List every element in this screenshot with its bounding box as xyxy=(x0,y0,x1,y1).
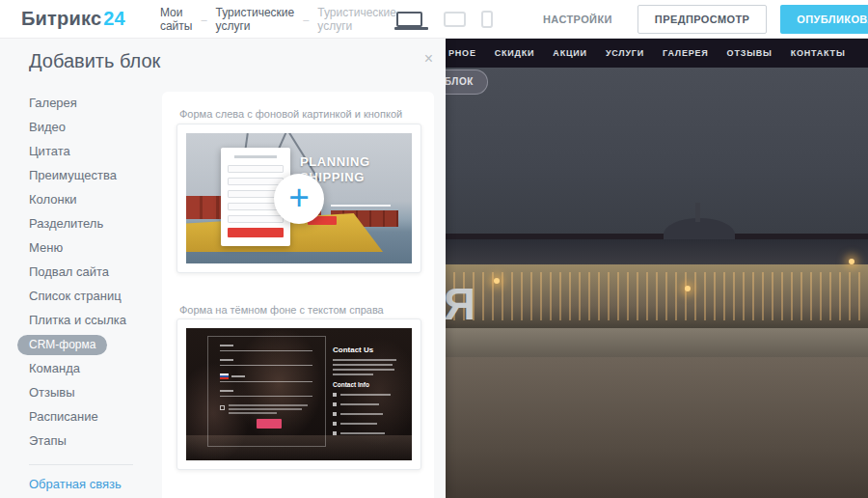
text-bar xyxy=(340,403,379,405)
email-icon xyxy=(333,431,337,435)
sidebar-item-quote[interactable]: Цитата xyxy=(0,139,162,163)
sidebar-item-gallery[interactable]: Галерея xyxy=(0,91,162,115)
photo-stone-bridge xyxy=(444,357,868,498)
mobile-icon xyxy=(333,422,337,426)
block-preview-image: PLANNING SHIPPING + xyxy=(186,133,412,263)
preview-info-row xyxy=(333,402,402,406)
text-bar xyxy=(340,423,377,425)
site-heading-fragment: Я xyxy=(444,282,475,326)
feedback-link[interactable]: Обратная связь xyxy=(0,465,162,491)
text-bar xyxy=(333,359,396,361)
text-bar xyxy=(340,413,383,415)
preview-phone-field-row xyxy=(220,374,313,379)
preview-info-row xyxy=(333,393,402,397)
preview-headline-line1: PLANNING xyxy=(300,154,370,170)
site-nav-item[interactable]: КОНТАКТЫ xyxy=(791,48,846,58)
phone-icon xyxy=(333,402,337,406)
sidebar-item-team[interactable]: Команда xyxy=(0,356,162,380)
breadcrumb-separator: – xyxy=(303,14,309,25)
block-caption: Форма слева с фоновой картинкой и кнопко… xyxy=(179,108,402,120)
selected-category-pill: CRM-форма xyxy=(17,335,107,355)
photo-building-roof xyxy=(444,239,868,264)
site-preview-background: РНОЕ СКИДКИ АКЦИИ УСЛУГИ ГАЛЕРЕЯ ОТЗЫВЫ … xyxy=(444,39,868,498)
bitrix24-logo[interactable]: Битрикс24 xyxy=(21,8,125,30)
text-bar xyxy=(333,369,394,371)
sidebar-item-crm-form[interactable]: CRM-форма xyxy=(0,332,162,356)
preview-form-outline xyxy=(207,336,326,447)
sidebar-item-divider[interactable]: Разделитель xyxy=(0,211,162,235)
desktop-view-icon[interactable] xyxy=(396,12,422,27)
preview-form-label-bar xyxy=(220,359,233,361)
block-template-form-with-image[interactable]: PLANNING SHIPPING + xyxy=(176,124,421,273)
sidebar-item-advantages[interactable]: Преимущества xyxy=(0,163,162,187)
sidebar-item-menu[interactable]: Меню xyxy=(0,235,162,260)
photo-lamp-glow xyxy=(849,259,854,264)
preview-info-row xyxy=(333,422,402,426)
block-caption: Форма на тёмном фоне с текстом справа xyxy=(179,304,384,316)
preview-form-title-bar xyxy=(234,155,277,158)
site-nav-item[interactable]: УСЛУГИ xyxy=(606,48,644,58)
preview-info-row xyxy=(333,431,402,435)
fax-icon xyxy=(333,412,337,416)
tablet-view-icon[interactable] xyxy=(444,12,466,27)
site-nav-item[interactable]: РНОЕ xyxy=(448,48,476,58)
text-bar xyxy=(340,394,391,396)
panel-title: Добавить блок xyxy=(29,50,160,72)
add-block-panel: Добавить блок × Галерея Видео Цитата Пре… xyxy=(0,39,446,498)
preview-form-label-bar xyxy=(220,390,233,392)
sidebar-item-reviews[interactable]: Отзывы xyxy=(0,380,162,404)
publish-button[interactable]: ОПУБЛИКОВАТЬ xyxy=(780,5,868,34)
text-bar xyxy=(340,432,385,434)
logo-brand: Битрикс xyxy=(21,8,101,29)
site-nav-item[interactable]: ГАЛЕРЕЯ xyxy=(663,48,709,58)
breadcrumb: Мои сайты – Туристические услуги – Турис… xyxy=(160,6,396,33)
site-add-block-button[interactable]: БЛОК xyxy=(444,69,488,95)
block-previews-area: Форма слева с фоновой картинкой и кнопко… xyxy=(162,92,434,498)
top-bar: Битрикс24 Мои сайты – Туристические услу… xyxy=(0,0,868,39)
text-bar xyxy=(333,374,373,375)
preview-consent-text-bars xyxy=(229,404,308,416)
breadcrumb-site[interactable]: Туристические услуги xyxy=(216,6,295,33)
site-nav-bar: РНОЕ СКИДКИ АКЦИИ УСЛУГИ ГАЛЕРЕЯ ОТЗЫВЫ … xyxy=(444,39,868,68)
photo-sky xyxy=(444,68,868,234)
text-bar xyxy=(229,408,302,410)
breadcrumb-page: Туристические услуги xyxy=(317,6,396,33)
preview-info-row xyxy=(333,412,402,416)
sidebar-item-columns[interactable]: Колонки xyxy=(0,187,162,211)
preview-form-label-bar xyxy=(220,345,233,346)
close-icon[interactable]: × xyxy=(424,51,433,67)
preview-button[interactable]: ПРЕДПРОСМОТР xyxy=(637,5,767,34)
preview-contact-column: Contact Us Contact Info xyxy=(333,346,402,441)
app-window: РНОЕ СКИДКИ АКЦИИ УСЛУГИ ГАЛЕРЕЯ ОТЗЫВЫ … xyxy=(0,0,868,498)
preview-paragraph-bars xyxy=(333,359,402,375)
preview-form-field xyxy=(228,178,284,185)
site-nav-item[interactable]: АКЦИИ xyxy=(553,48,587,58)
photo-building-spire xyxy=(695,203,700,222)
add-block-plus-button[interactable]: + xyxy=(274,174,324,224)
text-bar xyxy=(229,412,277,414)
site-nav-item[interactable]: СКИДКИ xyxy=(495,48,535,58)
settings-button[interactable]: НАСТРОЙКИ xyxy=(543,14,612,25)
preview-form-field xyxy=(220,396,312,397)
preview-form-submit-bar xyxy=(228,228,284,237)
photo-embankment xyxy=(444,328,868,357)
preview-form-field xyxy=(228,215,284,223)
russia-flag-icon xyxy=(220,374,229,379)
sidebar-item-page-list[interactable]: Список страниц xyxy=(0,284,162,308)
location-icon xyxy=(333,393,337,397)
logo-suffix: 24 xyxy=(103,8,125,29)
preview-submit-bar xyxy=(257,419,282,429)
sidebar-item-video[interactable]: Видео xyxy=(0,115,162,139)
breadcrumb-my-sites[interactable]: Мои сайты xyxy=(160,6,193,33)
checkbox-icon xyxy=(220,405,225,410)
sidebar-item-tile-link[interactable]: Плитка и ссылка xyxy=(0,308,162,332)
preview-contact-heading: Contact Us xyxy=(333,346,402,354)
sidebar-item-stages[interactable]: Этапы xyxy=(0,429,162,453)
site-nav-item[interactable]: ОТЗЫВЫ xyxy=(727,48,773,58)
sidebar-item-footer[interactable]: Подвал сайта xyxy=(0,260,162,284)
preview-text-bar xyxy=(331,205,391,207)
mobile-view-icon[interactable] xyxy=(481,11,493,28)
block-template-dark-form[interactable]: Contact Us Contact Info xyxy=(176,318,421,470)
sidebar-item-schedule[interactable]: Расписание xyxy=(0,404,162,429)
text-bar xyxy=(333,364,393,366)
